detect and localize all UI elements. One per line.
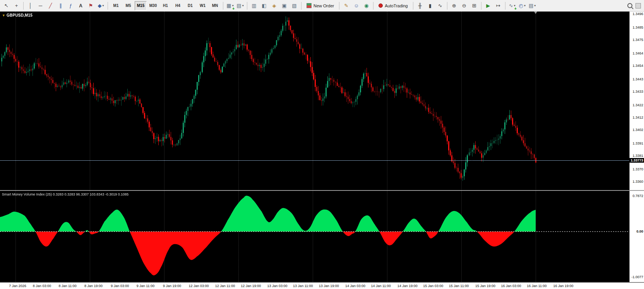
price-axis-label: 1.3402	[632, 128, 643, 132]
time-axis-label: 9 Jan 11:00	[137, 284, 154, 288]
toolbar-separator	[223, 2, 223, 10]
timeframe-button-d1[interactable]: D1	[184, 1, 196, 10]
chart-symbol-label: ▼GBPUSD,M15	[2, 13, 33, 17]
chart-management: ▦+▾▤▾	[225, 1, 245, 11]
zoom-in-button[interactable]: ⊕	[449, 1, 459, 11]
timeframe-switcher: M1M5M15M30H1H4D1W1MN	[110, 1, 221, 10]
time-axis-label: 12 Jan 19:00	[241, 284, 261, 288]
templates-button[interactable]: ▤▾	[528, 1, 537, 11]
price-axis-label: 1.3370	[632, 167, 643, 171]
time-axis-label: 15 Jan 19:00	[475, 284, 495, 288]
timeframe-button-mn[interactable]: MN	[209, 1, 221, 10]
chevron-down-icon[interactable]: ▾	[102, 4, 104, 7]
chart-type: ╫▮∿	[415, 1, 445, 11]
time-axis-label: 16 Jan 03:00	[501, 284, 521, 288]
toolbar-separator	[247, 2, 247, 10]
chart-extras: ∿+▾◴▾▤▾	[507, 1, 537, 11]
market-watch-button[interactable]: ▥	[249, 1, 259, 11]
price-axis-label: 1.3433	[632, 90, 643, 94]
symbol-text: GBPUSD,M15	[7, 13, 33, 17]
main-chart-canvas[interactable]	[0, 12, 629, 190]
data-window-button[interactable]: ◧	[259, 1, 269, 11]
price-axis-label: 1.3464	[632, 51, 643, 55]
search-icon[interactable]	[627, 3, 632, 8]
time-axis-label: 15 Jan 03:00	[423, 284, 443, 288]
toolbar-separator	[339, 2, 339, 10]
website-button[interactable]: ◉	[361, 1, 371, 11]
text-tool[interactable]: A	[76, 1, 86, 11]
cursor-tool[interactable]: ↖	[2, 1, 11, 11]
toolbar-separator	[108, 2, 108, 10]
tile-windows-button[interactable]: ⊞	[469, 1, 479, 11]
arrows-tool[interactable]: ⚑	[86, 1, 96, 11]
toolbar-separator	[23, 2, 24, 10]
indicator-canvas[interactable]	[0, 191, 629, 282]
price-axis-label: 1.3391	[632, 141, 643, 145]
horizontal-line-tool[interactable]: ─	[36, 1, 45, 11]
timeframe-button-m5[interactable]: M5	[122, 1, 134, 10]
indicators-button[interactable]: ∿+▾	[507, 1, 517, 11]
price-axis-label: 1.3475	[632, 38, 643, 42]
new-chart-button[interactable]: ▦+▾	[225, 1, 235, 11]
pointer-tools: ↖+	[2, 1, 21, 11]
timeframe-button-h1[interactable]: H1	[159, 1, 171, 10]
auto-scroll-button[interactable]: ▶	[483, 1, 493, 11]
price-axis-label: 1.3443	[632, 77, 643, 81]
chart-collapse-icon[interactable]: ▼	[2, 14, 5, 17]
chevron-down-icon[interactable]: ▾	[524, 4, 526, 7]
time-axis-label: 14 Jan 03:00	[345, 284, 365, 288]
community-button[interactable]: ☺	[351, 1, 361, 11]
toolbar-separator	[481, 2, 481, 10]
timeframe-button-m1[interactable]: M1	[110, 1, 122, 10]
time-axis-label: 8 Jan 03:00	[33, 284, 51, 288]
indicator-axis-label: 0.7872	[632, 194, 643, 198]
zoom-controls: ⊕⊖⊞	[449, 1, 479, 11]
price-axis-label: 1.3412	[632, 116, 643, 119]
autotrading-label: AutoTrading	[385, 3, 408, 8]
panel-splitter[interactable]	[0, 190, 644, 191]
line-chart-button[interactable]: ∿	[435, 1, 445, 11]
equidistant-channel-tool[interactable]: ∥	[56, 1, 65, 11]
toolbar-separator	[301, 2, 301, 10]
fibonacci-tool[interactable]: ƒ	[66, 1, 75, 11]
autotrading-button[interactable]: AutoTrading	[375, 1, 411, 11]
strategy-tester-button[interactable]: ▧	[289, 1, 299, 11]
chart-shift-button[interactable]: ↦	[493, 1, 503, 11]
timeframe-button-w1[interactable]: W1	[197, 1, 209, 10]
vertical-line-tool[interactable]: │	[26, 1, 35, 11]
time-axis-label: 13 Jan 03:00	[267, 284, 288, 288]
toolbar-overflow-box[interactable]	[635, 3, 641, 8]
timeframe-button-h4[interactable]: H4	[172, 1, 184, 10]
shapes-tool[interactable]: ◆▾	[96, 1, 106, 11]
navigator-button[interactable]: ◈	[269, 1, 279, 11]
timeframe-button-m15[interactable]: M15	[135, 1, 147, 10]
chevron-down-icon[interactable]: ▾	[534, 4, 536, 7]
crosshair-tool[interactable]: +	[12, 1, 21, 11]
trendline-tool[interactable]: ╱	[46, 1, 55, 11]
time-axis-label: 15 Jan 11:00	[449, 284, 469, 288]
time-axis-label: 12 Jan 03:00	[189, 284, 209, 288]
price-axis-label: 1.3496	[632, 12, 643, 16]
terminal-button[interactable]: ▣	[279, 1, 289, 11]
time-axis-label: 7 Jan 2026	[9, 284, 26, 288]
new-order-button[interactable]: New Order	[303, 1, 337, 11]
time-axis-label: 14 Jan 19:00	[397, 284, 418, 288]
chevron-down-icon[interactable]: ▾	[242, 4, 244, 7]
timeframe-button-m30[interactable]: M30	[147, 1, 159, 10]
indicator-axis-label: -1.0077	[631, 275, 643, 279]
new-order-label: New Order	[313, 3, 334, 8]
drawing-tools: │─╱∥ƒA⚑◆▾	[26, 1, 106, 11]
periods-button[interactable]: ◴▾	[517, 1, 527, 11]
time-axis-label: 14 Jan 11:00	[371, 284, 391, 288]
bar-chart-button[interactable]: ╫	[415, 1, 425, 11]
time-axis-label: 13 Jan 19:00	[319, 284, 339, 288]
indicator-axis[interactable]: 0.78720.00-1.0077	[629, 191, 644, 282]
profiles-button[interactable]: ▤▾	[235, 1, 245, 11]
zoom-out-button[interactable]: ⊖	[459, 1, 469, 11]
price-axis[interactable]: 1.34961.34851.34751.34641.34541.34431.34…	[629, 12, 644, 190]
metaeditor-button[interactable]: ✎	[341, 1, 351, 11]
indicator-label: Smart Money Volume Index (25) 0.3283 0.3…	[2, 192, 128, 196]
time-axis[interactable]: 7 Jan 20268 Jan 03:008 Jan 11:008 Jan 19…	[0, 282, 644, 289]
candlestick-chart-button[interactable]: ▮	[425, 1, 435, 11]
time-axis-label: 9 Jan 19:00	[163, 284, 181, 288]
